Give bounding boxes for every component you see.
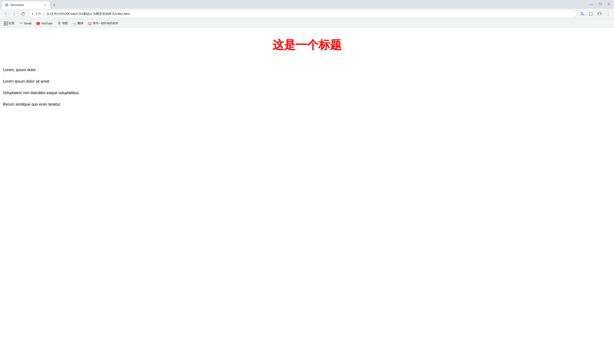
youtube-icon <box>36 22 40 25</box>
bookmark-maps[interactable]: 地图 <box>56 20 70 26</box>
reload-button[interactable] <box>19 10 27 18</box>
page-paragraphs: Lorem, ipsum dolor. Lorem ipsum dolor si… <box>0 67 614 107</box>
tab-favicon-icon <box>5 3 9 7</box>
gmail-icon <box>19 22 23 25</box>
browser-window: Document ✕ + — ❐ ✕ <box>0 0 614 364</box>
svg-point-2 <box>6 5 7 5</box>
bookmark-translate-label: 翻译 <box>77 21 83 25</box>
page-content: 这是一个标题 Lorem, ipsum dolor. Lorem ipsum d… <box>0 28 614 364</box>
svg-point-7 <box>59 22 59 23</box>
toolbar: ℹ 文件 | D:/文件/VS%20Code/CSS基础/1.为网页添加样式/i… <box>0 9 614 19</box>
bookmark-translate[interactable]: A 文 翻译 <box>71 20 85 26</box>
svg-point-4 <box>599 13 600 14</box>
menu-button[interactable]: ⋮ <box>604 10 612 18</box>
tab-bar: Document ✕ + <box>2 0 587 9</box>
svg-text:简: 简 <box>89 22 91 25</box>
bookmark-jianshu[interactable]: 简 简书 - 创作你的创作 <box>86 20 120 26</box>
back-button <box>2 10 10 18</box>
tab-close-button[interactable]: ✕ <box>43 3 47 7</box>
address-scheme: 文件 <box>35 12 41 16</box>
jianshu-icon: 简 <box>88 22 92 25</box>
bookmark-maps-label: 地图 <box>62 21 68 25</box>
paragraph-1: Lorem, ipsum dolor. <box>3 67 611 73</box>
new-tab-button[interactable]: + <box>51 2 57 9</box>
bookmark-gmail[interactable]: Gmail <box>17 21 33 26</box>
translate-icon: A 文 <box>73 22 77 25</box>
address-url: D:/文件/VS%20Code/CSS基础/1.为网页添加样式/index.ht… <box>47 12 573 16</box>
apps-icon <box>4 22 8 25</box>
paragraph-2: Lorem ipsum dolor sit amet. <box>3 78 611 84</box>
forward-button <box>11 10 18 18</box>
paragraph-4: Rerum similique quo enim tenetur. <box>3 102 611 107</box>
svg-text:文: 文 <box>74 23 76 25</box>
bookmark-gmail-label: Gmail <box>24 22 31 25</box>
paragraph-3: Voluptatem non blanditiis eaque voluptat… <box>3 90 611 96</box>
maps-icon <box>57 22 61 25</box>
profile-button[interactable] <box>596 10 603 18</box>
bookmark-youtube-label: YouTube <box>41 22 52 25</box>
minimize-button[interactable]: — <box>588 1 595 8</box>
bookmark-jianshu-label: 简书 - 创作你的创作 <box>93 21 118 25</box>
bookmark-youtube[interactable]: YouTube <box>34 21 54 26</box>
bookmark-button[interactable] <box>587 10 595 18</box>
address-info-icon: ℹ <box>32 12 33 15</box>
toolbar-actions: ⋮ <box>578 10 612 18</box>
active-tab[interactable]: Document ✕ <box>2 1 50 9</box>
page-heading: 这是一个标题 <box>0 33 614 57</box>
bookmark-apps-label: 应用 <box>9 21 14 25</box>
tab-title: Document <box>11 3 41 7</box>
bookmarks-bar: 应用 Gmail YouTube <box>0 19 614 28</box>
window-controls: — ❐ ✕ <box>588 1 612 8</box>
title-bar: Document ✕ + — ❐ ✕ <box>0 0 614 9</box>
translate-button[interactable] <box>578 10 586 18</box>
address-bar[interactable]: ℹ 文件 | D:/文件/VS%20Code/CSS基础/1.为网页添加样式/i… <box>29 10 577 18</box>
maximize-button[interactable]: ❐ <box>597 1 603 8</box>
close-button[interactable]: ✕ <box>605 1 612 8</box>
bookmark-apps[interactable]: 应用 <box>2 20 16 26</box>
